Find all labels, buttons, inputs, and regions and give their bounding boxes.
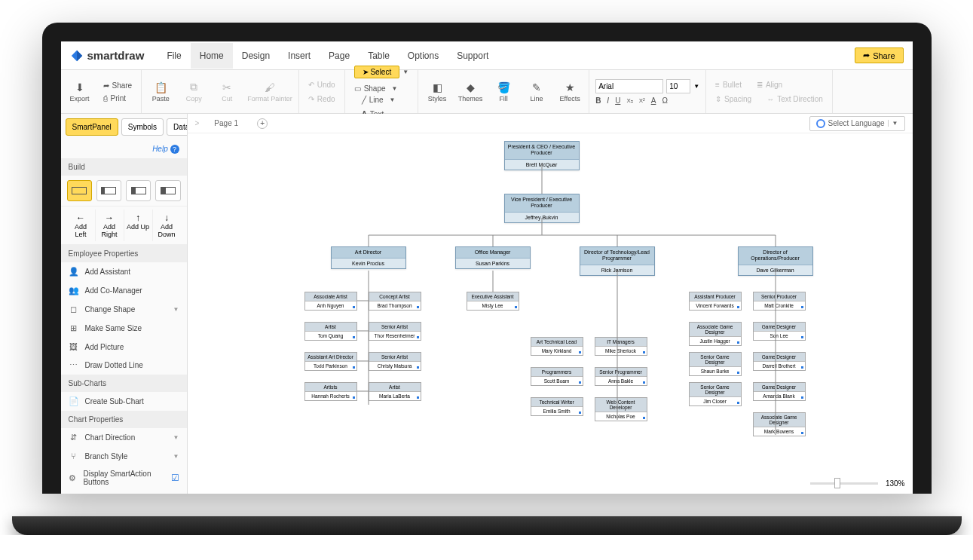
shape-tool[interactable]: ▭Shape▼ [351,83,412,94]
italic-button[interactable]: I [607,96,609,105]
font-color-button[interactable]: A [651,96,656,105]
tab-smartpanel[interactable]: SmartPanel [66,118,118,136]
menu-home[interactable]: Home [191,43,233,69]
canvas[interactable]: President & CEO / Executive ProducerBret… [188,133,913,494]
org-node[interactable]: Art DirectorKevin Proclus [331,246,406,269]
subscript-button[interactable]: X₂ [626,97,632,104]
line-tool[interactable]: ╱Line▼ [359,94,412,106]
org-leaf[interactable]: Associate ArtistAnh Nguyen [304,292,357,311]
paste-button[interactable]: 📋Paste [148,81,173,103]
font-size-select[interactable] [666,79,690,93]
add-down-button[interactable]: ↓Add Down [153,210,181,241]
org-node[interactable]: Vice President / Executive ProducerJeffr… [504,194,580,223]
arrow-up-icon: ↑ [126,213,151,223]
org-node[interactable]: Director of Operations/ProducerDave Gilk… [738,246,813,276]
add-page-button[interactable]: + [257,118,268,129]
add-picture[interactable]: 🖼Add Picture [61,338,187,356]
format-painter-button[interactable]: 🖌Format Painter [247,81,292,103]
fill-button[interactable]: 🪣Fill [491,81,516,103]
line-style-button[interactable]: ✎Line [524,81,549,103]
display-smartaction[interactable]: ⚙Display SmartAction Buttons☑ [61,465,187,491]
org-leaf[interactable]: ProgrammersScott Boam [531,367,583,386]
align-button[interactable]: ≣Align [754,79,785,90]
org-leaf[interactable]: ArtistsHannah Rocherts [304,382,357,401]
arrow-left-icon: ← [69,213,93,223]
change-shape[interactable]: ◻Change Shape▼ [61,300,187,319]
chart-direction[interactable]: ⇵Chart Direction▼ [61,428,187,447]
share-button[interactable]: ➦Share [855,47,903,63]
org-leaf[interactable]: Senior Game DesignerShaun Burke [689,352,742,376]
print-button[interactable]: ⎙Print [100,93,136,104]
menu-insert[interactable]: Insert [279,43,320,69]
org-leaf[interactable]: Game DesignerAmanda Blank [753,382,806,401]
org-leaf[interactable]: Web Content DeveloperNicholas Poe [595,397,647,421]
org-leaf[interactable]: ArtistTom Quang [304,322,357,341]
text-direction-button[interactable]: ↔Text Direction [763,93,826,105]
bold-button[interactable]: B [595,96,601,105]
org-leaf[interactable]: Executive AssistantMisty Lee [467,292,519,311]
org-leaf[interactable]: IT ManagersMike Sherlock [595,337,647,356]
styles-button[interactable]: ◧Styles [424,81,450,103]
effects-button[interactable]: ★Effects [557,81,583,103]
export-button[interactable]: ⬇Export [67,81,93,103]
help-link[interactable]: Help ? [152,145,179,153]
org-leaf[interactable]: Technical WriterEmilia Smith [531,397,583,416]
logo-icon [70,49,84,63]
underline-button[interactable]: U [615,96,620,105]
shape-type-4[interactable] [155,180,180,201]
org-leaf[interactable]: Game DesignerSon Lee [753,322,806,341]
create-subchart[interactable]: 📄Create Sub-Chart [61,392,187,411]
org-leaf[interactable]: Senior ArtistThor Resenheimer [369,322,421,341]
add-assistant[interactable]: 👤Add Assistant [61,262,187,281]
select-tool[interactable]: ➤ Select▼ [351,64,412,80]
chevron-down-icon[interactable]: ▼ [693,83,699,90]
org-leaf[interactable]: Associate Game DesignerJustin Hagger [689,322,742,346]
shape-type-1[interactable] [67,180,92,201]
add-up-button[interactable]: ↑Add Up [124,210,153,241]
org-leaf[interactable]: Assistant ProducerVincent Forwards [689,292,742,311]
org-node[interactable]: Office ManagerSusan Parkins [455,246,531,269]
zoom-slider[interactable] [810,482,878,485]
tab-symbols[interactable]: Symbols [121,118,164,136]
draw-dotted-line[interactable]: ⋯Draw Dotted Line [61,356,187,375]
app-logo: smartdraw [70,49,145,63]
symbol-button[interactable]: Ω [662,96,667,105]
menu-design[interactable]: Design [233,43,279,69]
add-left-button[interactable]: ←Add Left [67,210,96,241]
copy-button[interactable]: ⧉Copy [181,81,207,103]
org-node[interactable]: Director of Technology/Lead ProgrammerRi… [580,246,655,276]
menu-file[interactable]: File [158,43,190,69]
tab-data[interactable]: Data [167,118,187,136]
menu-support[interactable]: Support [448,43,497,69]
make-same-size[interactable]: ⊞Make Same Size [61,319,187,338]
redo-button[interactable]: ↷Redo [305,93,338,105]
add-co-manager[interactable]: 👥Add Co-Manager [61,281,187,300]
cut-button[interactable]: ✂Cut [214,81,240,103]
superscript-button[interactable]: X² [639,97,645,104]
language-select[interactable]: Select Language ▼ [809,116,905,131]
org-leaf[interactable]: Assistant Art DirectorTodd Parkinson [304,352,357,371]
undo-button[interactable]: ↶Undo [305,79,338,90]
org-leaf[interactable]: Associate Game DesignerMark Bowens [753,412,806,436]
org-leaf[interactable]: Concept ArtistBrad Thompson [369,292,421,311]
shape-type-2[interactable] [96,180,121,201]
org-leaf[interactable]: Senior ArtistChristy Matsura [369,352,421,371]
share-small-button[interactable]: ➦Share [100,80,136,91]
org-node[interactable]: President & CEO / Executive ProducerBret… [504,141,580,170]
org-leaf[interactable]: Senior Game DesignerJim Closer [689,382,742,406]
shape-type-3[interactable] [126,180,151,201]
page-tab[interactable]: Page 1 [199,116,253,130]
org-leaf[interactable]: Art Technical LeadMary Kirkland [531,337,583,356]
spacing-button[interactable]: ⇕Spacing [712,93,754,105]
add-right-button[interactable]: →Add Right [96,210,124,241]
use-ctrl-arrows[interactable]: ⌨Use Ctrl+Arrows to Add Shapes☑ [61,491,187,494]
bullet-button[interactable]: ≡Bullet [712,79,745,90]
font-select[interactable] [595,79,663,93]
branch-style[interactable]: ⑂Branch Style▼ [61,447,187,465]
subchart-icon: 📄 [69,396,79,406]
org-leaf[interactable]: Game DesignerDarrell Brothert [753,352,806,371]
org-leaf[interactable]: Senior ProgrammerAnna Bakle [595,367,647,386]
themes-button[interactable]: ◆Themes [457,81,483,103]
org-leaf[interactable]: ArtistMaria LaBerta [369,382,421,401]
org-leaf[interactable]: Senior ProducerMatt Cronkite [753,292,806,311]
